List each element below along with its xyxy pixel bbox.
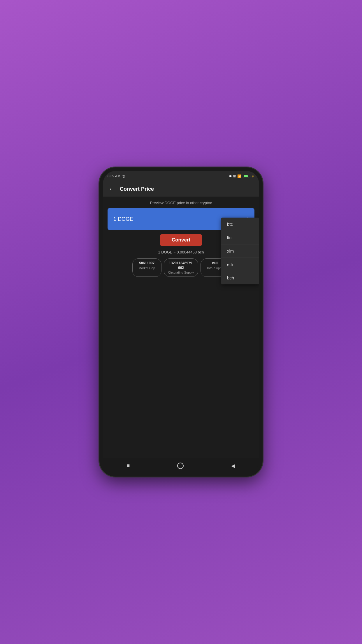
status-time: 8:39 AM (108, 174, 120, 178)
circulating-supply-box: 132011346979.662 Circulating Supply (164, 258, 198, 277)
back-nav-button[interactable]: ◀ (225, 460, 241, 471)
trash-icon: 🗑 (122, 174, 125, 178)
battery-tip (250, 176, 250, 177)
convert-button[interactable]: Convert (160, 234, 202, 246)
top-nav: ← Convert Price (103, 181, 259, 197)
bottom-nav: ■ ◀ (103, 458, 259, 473)
dropdown-item-bch[interactable]: bch (221, 271, 259, 284)
home-button[interactable] (171, 460, 189, 471)
back-button[interactable]: ← (108, 184, 116, 194)
market-cap-value: 58611097 (137, 261, 157, 266)
dropdown-item-eth[interactable]: eth (221, 258, 259, 271)
currency-dropdown: btc ltc xlm eth bch (221, 218, 259, 284)
status-right: ✱ ⊠ 📶 ⚡ (229, 174, 254, 178)
battery-body (243, 175, 249, 178)
recents-button[interactable]: ■ (121, 460, 136, 471)
dropdown-item-ltc[interactable]: ltc (221, 231, 259, 244)
phone-frame: 8:39 AM 🗑 ✱ ⊠ 📶 ⚡ ← Convert Price (99, 167, 263, 477)
doge-amount: 1 DOGE (113, 216, 133, 222)
main-content: Preview DOGE price in other cryptoc 1 DO… (103, 197, 259, 458)
phone-screen: 8:39 AM 🗑 ✱ ⊠ 📶 ⚡ ← Convert Price (103, 171, 259, 473)
battery-indicator: ⚡ (243, 175, 254, 178)
market-cap-box: 58611097 Market Cap (132, 258, 161, 277)
page-title: Convert Price (120, 186, 254, 192)
wifi-icon: 📶 (237, 174, 241, 178)
dropdown-item-xlm[interactable]: xlm (221, 244, 259, 258)
circulating-supply-value: 132011346979.662 (168, 261, 194, 270)
status-bar: 8:39 AM 🗑 ✱ ⊠ 📶 ⚡ (103, 171, 259, 181)
circulating-supply-label: Circulating Supply (168, 271, 194, 274)
sim-icon: ⊠ (233, 174, 236, 178)
battery-bolt: ⚡ (251, 175, 254, 178)
subtitle-text: Preview DOGE price in other cryptoc (103, 197, 259, 208)
home-circle (177, 463, 184, 469)
dropdown-item-btc[interactable]: btc (221, 218, 259, 231)
market-cap-label: Market Cap (137, 266, 157, 270)
bluetooth-icon: ✱ (229, 174, 232, 178)
status-left: 8:39 AM 🗑 (108, 174, 125, 178)
battery-fill (244, 175, 248, 177)
